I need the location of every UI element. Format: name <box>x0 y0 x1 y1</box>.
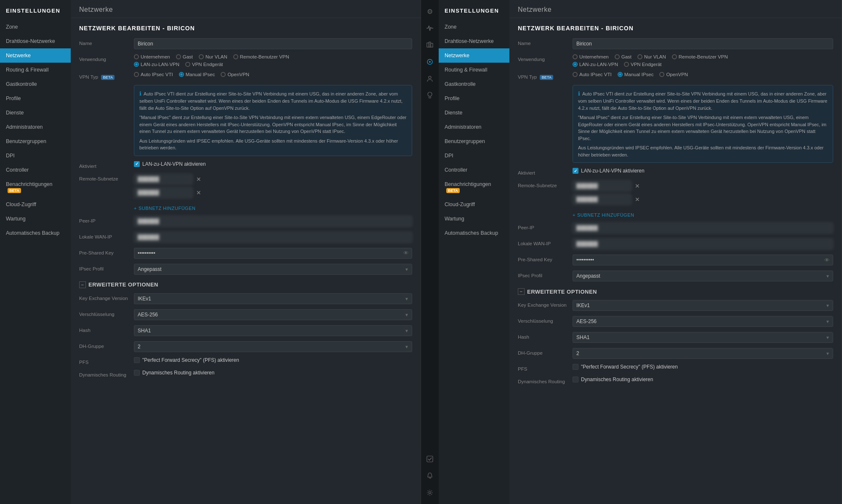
r-verwendung-row: Verwendung Unternehmen Gast <box>518 54 833 67</box>
sidebar-item-netzwerke[interactable]: Netzwerke <box>0 48 71 63</box>
sidebar-item-benachrichtigungen[interactable]: Benachrichtigungen BETA <box>0 177 71 197</box>
verwendung-unternehmen[interactable]: Unternehmen <box>134 54 170 59</box>
sidebar-item-dpi[interactable]: DPI <box>0 149 71 163</box>
r-vpn-lan-zu-lan[interactable]: LAN-zu-LAN-VPN <box>573 62 618 67</box>
dh-gruppe-select[interactable]: 2 <box>134 341 412 352</box>
right-icon-circle[interactable] <box>423 55 437 69</box>
hash-select[interactable]: SHA1 <box>134 325 412 336</box>
r-add-subnet-link[interactable]: + SUBNETZ HINZUFÜGEN <box>573 212 833 218</box>
right-sidebar-routing[interactable]: Routing & Firewall <box>439 63 509 77</box>
vpn-lan-zu-lan[interactable]: LAN-zu-LAN-VPN <box>134 62 179 67</box>
r-openvpn-radio[interactable]: OpenVPN <box>659 72 688 77</box>
verschluesselung-select[interactable]: AES-256 <box>134 309 412 320</box>
right-sidebar-benachrichtigungen[interactable]: Benachrichtigungen BETA <box>439 177 509 197</box>
auto-ipsec-radio[interactable]: Auto IPsec VTI <box>134 72 173 77</box>
sidebar-item-zone[interactable]: Zone <box>0 20 71 34</box>
r-info-box: ℹAuto IPsec VTI dient zur Erstellung ein… <box>573 85 833 163</box>
r-verwendung-unternehmen[interactable]: Unternehmen <box>573 54 609 59</box>
right-bottom-gear[interactable] <box>423 485 437 500</box>
r-dynamisches-checkbox[interactable]: Dynamisches Routing aktivieren <box>573 377 833 382</box>
right-sidebar-backup[interactable]: Automatisches Backup <box>439 226 509 240</box>
r-verwendung-radio-group: Unternehmen Gast Nur VLAN Remote-Be <box>573 54 833 59</box>
r-pfs-checkbox[interactable]: "Perfect Forward Secrecy" (PFS) aktivier… <box>573 364 833 370</box>
right-bottom-bell[interactable] <box>423 469 437 483</box>
sidebar-item-gastkontrolle[interactable]: Gastkontrolle <box>0 77 71 91</box>
r-dh-gruppe-select-wrap: 2 ▼ <box>573 348 833 359</box>
r-vpn-endgerat[interactable]: VPN Endgerät <box>624 62 662 67</box>
right-sidebar-zone[interactable]: Zone <box>439 20 509 34</box>
right-sidebar-profile[interactable]: Profile <box>439 91 509 106</box>
r-dh-gruppe-select[interactable]: 2 <box>573 348 833 359</box>
sidebar-item-cloud-zugriff[interactable]: Cloud-Zugriff <box>0 197 71 212</box>
ipsec-profil-select[interactable]: Angepasst <box>134 264 412 275</box>
aktiviert-checkbox[interactable]: ✓ LAN-zu-LAN-VPN aktivieren <box>134 161 412 167</box>
sidebar-item-administratoren[interactable]: Administratoren <box>0 120 71 134</box>
subnet-input-1[interactable] <box>134 174 193 185</box>
r-verwendung-gast[interactable]: Gast <box>615 54 632 59</box>
remove-subnet-1[interactable]: ✕ <box>195 175 202 183</box>
r-subnet-input-2[interactable] <box>573 194 632 205</box>
right-sidebar-netzwerke[interactable]: Netzwerke <box>439 48 509 63</box>
r-peer-ip-input[interactable] <box>573 223 833 233</box>
pre-shared-input[interactable] <box>134 248 412 259</box>
add-subnet-link[interactable]: + SUBNETZ HINZUFÜGEN <box>134 206 412 211</box>
sidebar-item-routing[interactable]: Routing & Firewall <box>0 63 71 77</box>
right-sidebar-drahtlose[interactable]: Drahtlose-Netzwerke <box>439 34 509 48</box>
r-verwendung-nur-vlan[interactable]: Nur VLAN <box>637 54 666 59</box>
sidebar-item-dienste[interactable]: Dienste <box>0 106 71 120</box>
subnet-input-2[interactable] <box>134 187 193 198</box>
right-sidebar-cloud-zugriff[interactable]: Cloud-Zugriff <box>439 197 509 212</box>
sidebar-item-controller[interactable]: Controller <box>0 163 71 177</box>
right-beta-badge: BETA <box>446 188 460 193</box>
r-name-input[interactable] <box>573 38 833 49</box>
right-icon-map[interactable] <box>423 38 437 52</box>
right-icon-user[interactable] <box>423 72 437 86</box>
right-sidebar-gastkontrolle[interactable]: Gastkontrolle <box>439 77 509 91</box>
right-icon-settings[interactable]: ⚙ <box>423 4 437 19</box>
r-advanced-header[interactable]: − ERWEITERTE OPTIONEN <box>518 288 833 295</box>
sidebar-item-wartung[interactable]: Wartung <box>0 212 71 226</box>
r-lokale-wan-input[interactable] <box>573 239 833 249</box>
r-verschluesselung-select[interactable]: AES-256 <box>573 316 833 327</box>
sidebar-item-profile[interactable]: Profile <box>0 91 71 106</box>
r-auto-ipsec-radio[interactable]: Auto IPsec VTI <box>573 72 612 77</box>
r-subnet-input-1[interactable] <box>573 180 632 191</box>
r-manual-ipsec-radio[interactable]: Manual IPsec <box>618 72 654 77</box>
dynamisches-checkbox[interactable]: Dynamisches Routing aktivieren <box>134 370 412 376</box>
verwendung-remote-benutzer[interactable]: Remote-Benutzer VPN <box>233 54 289 59</box>
sidebar-item-drahtlose[interactable]: Drahtlose-Netzwerke <box>0 34 71 48</box>
r-ipsec-profil-select[interactable]: Angepasst <box>573 271 833 281</box>
r-password-eye-icon[interactable]: 👁 <box>824 257 830 263</box>
lokale-wan-input[interactable] <box>134 232 412 243</box>
right-sidebar-controller[interactable]: Controller <box>439 163 509 177</box>
right-sidebar-dienste[interactable]: Dienste <box>439 106 509 120</box>
r-remove-subnet-2[interactable]: ✕ <box>634 196 641 203</box>
right-sidebar-administratoren[interactable]: Administratoren <box>439 120 509 134</box>
key-exchange-select[interactable]: IKEv1 <box>134 293 412 304</box>
password-eye-icon[interactable]: 👁 <box>403 250 409 256</box>
right-bottom-check[interactable] <box>423 452 437 466</box>
r-hash-select[interactable]: SHA1 <box>573 332 833 343</box>
r-verwendung-remote[interactable]: Remote-Benutzer VPN <box>672 54 728 59</box>
r-remove-subnet-1[interactable]: ✕ <box>634 182 641 190</box>
right-icon-pulse[interactable] <box>423 21 437 35</box>
r-pre-shared-input[interactable] <box>573 255 833 265</box>
verwendung-nur-vlan[interactable]: Nur VLAN <box>199 54 227 59</box>
r-key-exchange-select[interactable]: IKEv1 <box>573 300 833 311</box>
peer-ip-input[interactable] <box>134 216 412 227</box>
name-input[interactable] <box>134 38 412 49</box>
sidebar-item-backup[interactable]: Automatisches Backup <box>0 226 71 240</box>
right-icon-bulb[interactable] <box>423 88 437 103</box>
sidebar-item-benutzergruppen[interactable]: Benutzergruppen <box>0 134 71 149</box>
right-sidebar-benutzergruppen[interactable]: Benutzergruppen <box>439 134 509 149</box>
advanced-header[interactable]: − ERWEITERTE OPTIONEN <box>79 281 412 288</box>
openvpn-radio[interactable]: OpenVPN <box>221 72 249 77</box>
right-sidebar-dpi[interactable]: DPI <box>439 149 509 163</box>
r-aktiviert-checkbox[interactable]: ✓ LAN-zu-LAN-VPN aktivieren <box>573 168 833 174</box>
remove-subnet-2[interactable]: ✕ <box>195 189 202 196</box>
vpn-endgerat[interactable]: VPN Endgerät <box>185 62 223 67</box>
right-sidebar-wartung[interactable]: Wartung <box>439 212 509 226</box>
pfs-checkbox[interactable]: "Perfect Forward Secrecy" (PFS) aktivier… <box>134 357 412 363</box>
verwendung-gast[interactable]: Gast <box>176 54 193 59</box>
manual-ipsec-radio[interactable]: Manual IPsec <box>179 72 215 77</box>
